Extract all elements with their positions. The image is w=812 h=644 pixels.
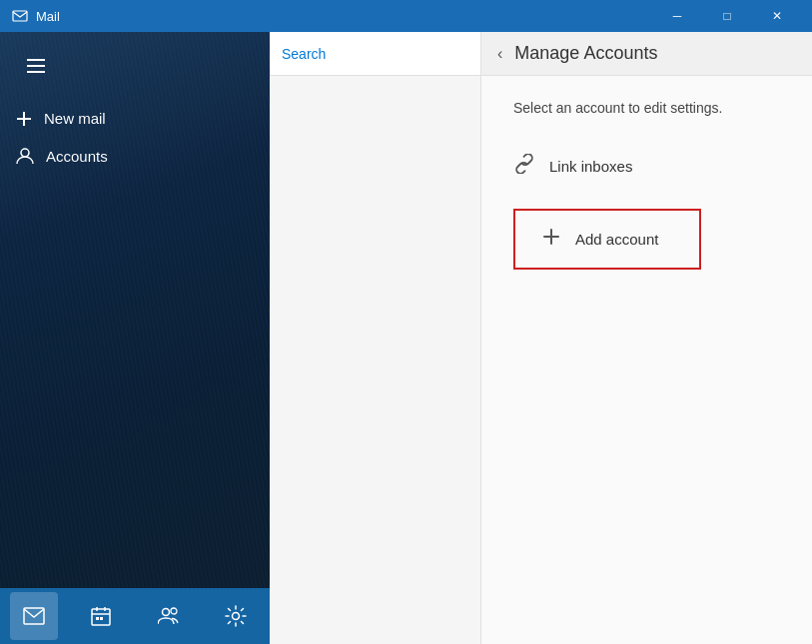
back-button[interactable]: ‹ <box>497 45 502 63</box>
svg-point-15 <box>171 608 177 614</box>
sidebar-taskbar <box>0 588 270 644</box>
people-taskbar-button[interactable] <box>145 592 193 640</box>
search-input[interactable] <box>282 46 468 62</box>
chain-link-icon <box>513 154 535 174</box>
svg-point-16 <box>233 613 240 620</box>
mail-app-icon <box>12 8 28 24</box>
app-container: New mail Accounts <box>0 32 812 644</box>
panel-title: Manage Accounts <box>514 43 657 64</box>
link-inboxes-button[interactable]: Link inboxes <box>513 144 780 189</box>
new-mail-label: New mail <box>44 110 106 127</box>
svg-point-6 <box>21 149 29 157</box>
plus-icon <box>16 111 32 127</box>
svg-rect-1 <box>27 59 45 61</box>
right-panel: ‹ Manage Accounts Select an account to e… <box>481 32 812 644</box>
search-bar <box>270 32 480 76</box>
add-account-highlight: Add account <box>513 209 701 270</box>
people-icon <box>158 607 180 625</box>
svg-rect-13 <box>100 617 103 620</box>
titlebar-controls: ─ □ ✕ <box>654 0 800 32</box>
svg-rect-3 <box>27 71 45 73</box>
mail-icon <box>23 607 45 625</box>
add-icon <box>541 227 561 252</box>
settings-taskbar-button[interactable] <box>212 592 260 640</box>
hamburger-button[interactable] <box>16 46 56 86</box>
link-icon <box>513 154 535 179</box>
panel-subtitle: Select an account to edit settings. <box>513 100 780 116</box>
link-inboxes-label: Link inboxes <box>549 158 632 175</box>
sidebar-content: New mail Accounts <box>0 32 270 588</box>
svg-rect-12 <box>96 617 99 620</box>
app-title: Mail <box>36 9 60 24</box>
panel-header: ‹ Manage Accounts <box>481 32 812 76</box>
svg-rect-7 <box>24 608 44 624</box>
mail-taskbar-button[interactable] <box>10 592 58 640</box>
accounts-label: Accounts <box>46 148 108 165</box>
panel-body: Select an account to edit settings. Link… <box>481 76 812 294</box>
person-icon <box>16 147 34 165</box>
sidebar: New mail Accounts <box>0 32 270 644</box>
titlebar: Mail ─ □ ✕ <box>0 0 812 32</box>
calendar-taskbar-button[interactable] <box>77 592 125 640</box>
add-account-label: Add account <box>575 231 658 248</box>
settings-icon <box>225 605 247 627</box>
new-mail-button[interactable]: New mail <box>0 100 270 137</box>
calendar-icon <box>91 606 111 626</box>
titlebar-title: Mail <box>12 8 60 24</box>
add-account-button[interactable]: Add account <box>517 213 697 266</box>
plus-circle-icon <box>541 227 561 247</box>
hamburger-icon <box>27 59 45 73</box>
minimize-button[interactable]: ─ <box>654 0 700 32</box>
sidebar-top <box>0 32 270 100</box>
accounts-button[interactable]: Accounts <box>0 137 270 175</box>
svg-rect-2 <box>27 65 45 67</box>
svg-point-14 <box>162 609 169 616</box>
close-button[interactable]: ✕ <box>754 0 800 32</box>
maximize-button[interactable]: □ <box>704 0 750 32</box>
svg-rect-0 <box>13 11 27 21</box>
middle-column <box>270 32 481 644</box>
